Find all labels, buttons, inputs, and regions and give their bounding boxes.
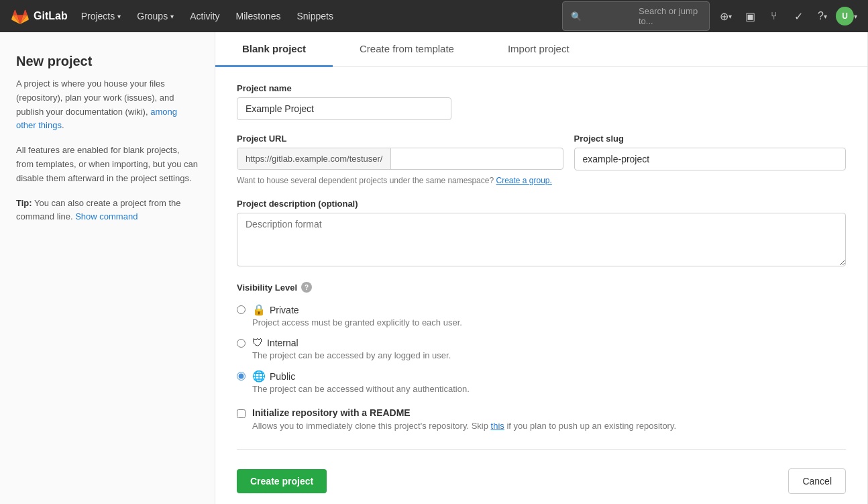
nav-activity[interactable]: Activity: [182, 0, 227, 32]
sidebar: New project A project is where you house…: [0, 32, 215, 504]
visibility-internal-radio[interactable]: [237, 339, 246, 348]
sidebar-desc-p2: All features are enabled for blank proje…: [16, 144, 199, 185]
visibility-label: Visibility Level ?: [237, 282, 846, 293]
lock-icon: 🔒: [252, 303, 266, 316]
visibility-group: Visibility Level ? 🔒 Private Project acc…: [237, 282, 846, 394]
user-avatar-button[interactable]: U ▾: [836, 5, 857, 27]
search-icon: 🔍: [571, 11, 633, 21]
tab-bar: Blank project Create from template Impor…: [215, 32, 867, 67]
visibility-public-radio[interactable]: [237, 372, 246, 381]
merge-requests-button[interactable]: ⑂: [763, 5, 785, 27]
nav-projects[interactable]: Projects ▾: [73, 0, 129, 32]
help-icon: ?: [818, 10, 824, 22]
nav-groups[interactable]: Groups ▾: [129, 0, 182, 32]
panel-icon: ▣: [745, 10, 755, 23]
project-name-label: Project name: [237, 83, 846, 93]
project-slug-input[interactable]: [574, 148, 846, 170]
private-label: Private: [270, 305, 299, 315]
create-project-button[interactable]: Create project: [237, 469, 327, 493]
project-url-group: Project URL https://gitlab.example.com/t…: [237, 134, 563, 170]
visibility-private-option: 🔒 Private Project access must be granted…: [237, 303, 846, 327]
page-title: New project: [16, 54, 199, 69]
sidebar-desc-p1: A project is where you house your files …: [16, 77, 199, 133]
url-slug-row: Project URL https://gitlab.example.com/t…: [237, 134, 846, 170]
project-slug-group: Project slug: [574, 134, 846, 170]
project-name-input[interactable]: [237, 97, 451, 120]
form-actions: Create project Cancel: [237, 463, 846, 494]
readme-checkbox[interactable]: [237, 409, 246, 418]
nav-snippets[interactable]: Snippets: [288, 0, 341, 32]
url-input-wrapper: https://gitlab.example.com/testuser/: [237, 148, 563, 170]
new-project-form: Project name Project URL https://gitlab.…: [215, 67, 867, 504]
navbar: GitLab Projects ▾ Groups ▾ Activity Mile…: [0, 0, 868, 32]
avatar-chevron-icon: ▾: [854, 13, 857, 20]
content-area: Blank project Create from template Impor…: [215, 32, 868, 504]
description-group: Project description (optional): [237, 199, 846, 268]
panel-toggle-button[interactable]: ▣: [739, 5, 761, 27]
search-bar[interactable]: 🔍 Search or jump to...: [562, 1, 710, 31]
new-plus-button[interactable]: ⊕ ▾: [715, 5, 737, 27]
main-container: New project A project is where you house…: [0, 32, 868, 504]
visibility-internal-option: 🛡 Internal The project can be accessed b…: [237, 337, 846, 360]
issues-button[interactable]: ✓: [788, 5, 809, 27]
visibility-private-radio[interactable]: [237, 305, 246, 314]
visibility-help-icon[interactable]: ?: [301, 282, 312, 293]
plus-icon: ⊕: [720, 10, 728, 23]
form-divider: [237, 449, 846, 450]
public-desc: The project can be accessed without any …: [252, 384, 846, 394]
avatar: U: [836, 7, 854, 26]
visibility-public-option: 🌐 Public The project can be accessed wit…: [237, 370, 846, 394]
help-chevron-icon: ▾: [824, 13, 827, 20]
tab-create-from-template[interactable]: Create from template: [333, 32, 481, 67]
readme-option: Initialize repository with a README Allo…: [237, 407, 846, 433]
sidebar-tip: Tip: You can also create a project from …: [16, 197, 199, 225]
public-label: Public: [270, 371, 295, 382]
brand-logo[interactable]: GitLab: [11, 7, 68, 26]
internal-label: Internal: [267, 338, 299, 348]
issues-icon: ✓: [794, 10, 803, 23]
show-command-link[interactable]: Show command: [75, 211, 138, 221]
project-slug-label: Project slug: [574, 134, 846, 144]
plus-chevron-icon: ▾: [728, 13, 732, 20]
groups-chevron-icon: ▾: [170, 13, 174, 20]
create-group-link[interactable]: Create a group.: [496, 176, 551, 185]
navbar-icons: ⊕ ▾ ▣ ⑂ ✓ ? ▾ U ▾: [715, 5, 857, 27]
tab-blank-project[interactable]: Blank project: [215, 32, 333, 67]
brand-name: GitLab: [34, 10, 68, 22]
project-url-label: Project URL: [237, 134, 563, 144]
cancel-button[interactable]: Cancel: [788, 468, 846, 494]
namespace-hint: Want to house several dependent projects…: [237, 176, 846, 185]
url-prefix: https://gitlab.example.com/testuser/: [237, 148, 391, 169]
private-desc: Project access must be granted explicitl…: [252, 317, 846, 327]
nav-milestones[interactable]: Milestones: [228, 0, 289, 32]
readme-desc: Allows you to immediately clone this pro…: [252, 419, 846, 433]
merge-icon: ⑂: [771, 10, 777, 22]
readme-skip-link[interactable]: this: [491, 421, 504, 431]
projects-chevron-icon: ▾: [117, 13, 121, 20]
globe-icon: 🌐: [252, 370, 266, 383]
readme-title: Initialize repository with a README: [252, 407, 846, 418]
gitlab-logo-icon: [11, 7, 30, 26]
description-input[interactable]: [237, 213, 846, 266]
help-button[interactable]: ? ▾: [812, 5, 833, 27]
description-label: Project description (optional): [237, 199, 846, 209]
internal-desc: The project can be accessed by any logge…: [252, 350, 846, 360]
project-name-group: Project name: [237, 83, 846, 120]
tab-import-project[interactable]: Import project: [481, 32, 596, 67]
shield-icon: 🛡: [252, 337, 263, 349]
